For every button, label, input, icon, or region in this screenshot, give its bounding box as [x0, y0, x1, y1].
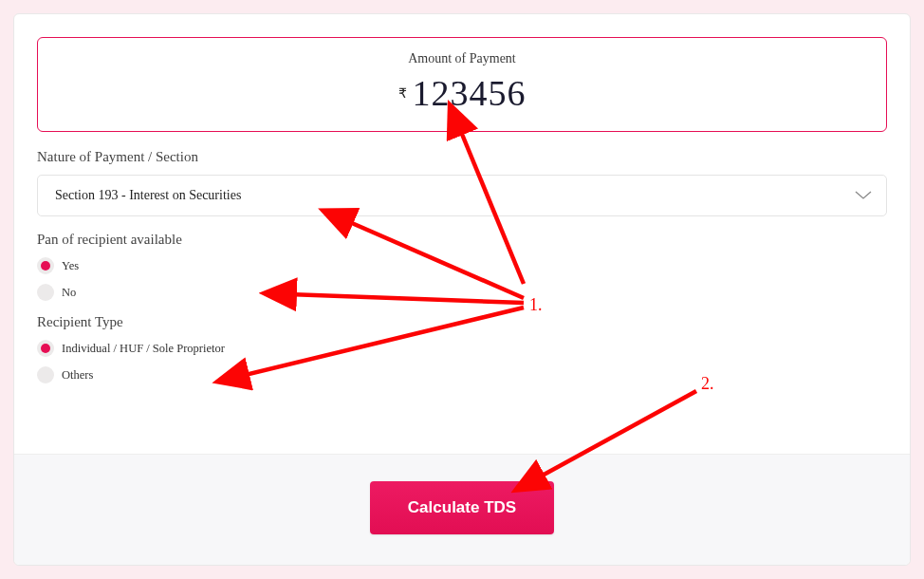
pan-radio-group: Yes No — [37, 257, 887, 301]
recipient-type-radio-individual[interactable]: Individual / HUF / Sole Proprietor — [37, 340, 887, 357]
amount-value-row: ₹ 123456 — [53, 72, 871, 114]
calculate-tds-button[interactable]: Calculate TDS — [370, 481, 554, 534]
radio-label: No — [62, 286, 76, 300]
amount-value: 123456 — [413, 72, 527, 114]
recipient-type-radio-group: Individual / HUF / Sole Proprietor Other… — [37, 340, 887, 383]
nature-select-wrap: Section 193 - Interest on Securities — [37, 175, 887, 216]
pan-available-label: Pan of recipient available — [37, 232, 887, 248]
rupee-icon: ₹ — [398, 85, 407, 102]
nature-of-payment-select[interactable]: Section 193 - Interest on Securities — [37, 175, 887, 216]
radio-dot-icon — [37, 284, 54, 301]
amount-label: Amount of Payment — [53, 51, 871, 66]
radio-label: Others — [62, 368, 93, 383]
radio-dot-icon — [37, 366, 54, 383]
radio-label: Yes — [62, 259, 79, 273]
card-body: Amount of Payment ₹ 123456 Nature of Pay… — [14, 14, 910, 454]
nature-of-payment-label: Nature of Payment / Section — [37, 149, 887, 165]
amount-of-payment-box[interactable]: Amount of Payment ₹ 123456 — [37, 37, 887, 132]
radio-dot-icon — [37, 340, 54, 357]
pan-radio-yes[interactable]: Yes — [37, 257, 887, 274]
recipient-type-label: Recipient Type — [37, 314, 887, 330]
card-footer: Calculate TDS — [14, 454, 910, 565]
radio-dot-icon — [37, 257, 54, 274]
radio-label: Individual / HUF / Sole Proprietor — [62, 342, 225, 356]
form-card: Amount of Payment ₹ 123456 Nature of Pay… — [13, 13, 911, 566]
nature-selected-value: Section 193 - Interest on Securities — [55, 188, 241, 202]
pan-radio-no[interactable]: No — [37, 284, 887, 301]
recipient-type-radio-others[interactable]: Others — [37, 366, 887, 383]
